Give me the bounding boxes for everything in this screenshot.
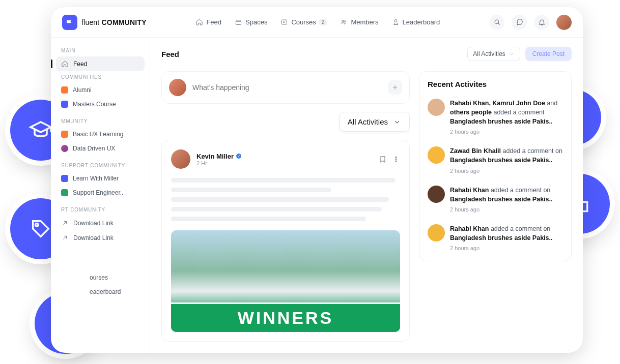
- body: MAIN Feed COMMUNITIES Alumni Masters Cou…: [51, 38, 583, 353]
- svg-point-9: [394, 20, 397, 22]
- composer-input[interactable]: [192, 83, 382, 92]
- activity-avatar: [428, 146, 445, 164]
- sidebar-item-bottom[interactable]: ourses: [56, 270, 145, 285]
- svg-point-13: [396, 159, 397, 160]
- svg-point-12: [396, 157, 397, 158]
- svg-rect-5: [236, 20, 241, 25]
- sidebar-item-label: Data Driven UX: [73, 145, 115, 152]
- post-composer[interactable]: [161, 71, 410, 104]
- nav-feed-label: Feed: [206, 18, 221, 26]
- notifications-button[interactable]: [534, 15, 549, 30]
- home-icon: [61, 60, 69, 68]
- post-author[interactable]: Kevin Miller: [196, 153, 373, 160]
- bookmark-icon[interactable]: [379, 155, 387, 163]
- activities-filter-top[interactable]: All Activities: [467, 47, 520, 61]
- sidebar-heading-main: MAIN: [56, 45, 145, 56]
- post-image-banner: WINNERS: [171, 302, 400, 332]
- activity-text: Rahabi Khan added a comment on Banglades…: [450, 224, 563, 253]
- post-image[interactable]: WINNERS: [171, 230, 400, 332]
- activity-time: 2 hours ago: [450, 167, 563, 175]
- svg-point-0: [35, 223, 38, 226]
- search-button[interactable]: [489, 15, 504, 30]
- community-dot-icon: [61, 101, 68, 108]
- filter-label: All Activities: [473, 50, 505, 57]
- create-label: Create Post: [532, 50, 565, 57]
- sidebar-heading-rt: RT COMMUNITY: [56, 200, 145, 216]
- nav-leaderboard-label: Leaderboard: [403, 18, 440, 26]
- messages-button[interactable]: [512, 15, 527, 30]
- nav-members-label: Members: [351, 18, 378, 26]
- svg-point-10: [495, 20, 499, 24]
- community-dot-icon: [61, 189, 68, 196]
- chevron-down-icon: [509, 51, 515, 57]
- activity-item[interactable]: Zawad Bin Khalil added a comment on Bang…: [419, 141, 571, 180]
- search-icon: [493, 18, 501, 26]
- post-top-actions: [379, 155, 400, 163]
- app-window: fluent COMMUNITY Feed Spaces Courses 2 M…: [51, 7, 583, 353]
- user-avatar[interactable]: [556, 15, 572, 30]
- external-link-icon: [61, 234, 69, 241]
- svg-point-14: [396, 161, 397, 162]
- chat-icon: [516, 18, 523, 26]
- nav-courses-badge: 2: [319, 19, 327, 25]
- activity-text: Rahabi Khan added a comment on Banglades…: [450, 186, 563, 214]
- bell-icon: [538, 18, 546, 26]
- post-time: 2 Hr: [196, 160, 373, 166]
- feed-column: All Activities Kevin Miller: [161, 71, 410, 353]
- community-dot-icon: [61, 175, 68, 182]
- topbar: fluent COMMUNITY Feed Spaces Courses 2 M…: [51, 7, 583, 38]
- sidebar-item-community[interactable]: Learn With Miller: [56, 171, 145, 186]
- sidebar: MAIN Feed COMMUNITIES Alumni Masters Cou…: [51, 38, 150, 353]
- author-name: Kevin Miller: [196, 153, 234, 160]
- nav-spaces[interactable]: Spaces: [235, 18, 267, 26]
- external-link-icon: [61, 219, 69, 227]
- svg-point-7: [342, 20, 344, 22]
- nav-courses-label: Courses: [291, 18, 316, 26]
- post-card: Kevin Miller 2 Hr: [161, 140, 410, 342]
- sidebar-item-community[interactable]: Data Driven UX: [56, 141, 145, 156]
- activity-item[interactable]: Rahabi Khan added a comment on Banglades…: [419, 219, 571, 258]
- activity-time: 2 hours ago: [450, 128, 563, 136]
- logo[interactable]: fluent COMMUNITY: [62, 15, 147, 30]
- community-dot-icon: [61, 131, 68, 138]
- activity-text: Zawad Bin Khalil added a comment on Bang…: [450, 146, 563, 175]
- sidebar-item-link[interactable]: Download Link: [56, 216, 145, 230]
- sidebar-heading-communities: COMMUNITIES: [56, 71, 145, 83]
- sidebar-item-feed[interactable]: Feed: [56, 56, 145, 71]
- more-icon[interactable]: [392, 155, 400, 163]
- logo-bold: COMMUNITY: [102, 18, 147, 26]
- sidebar-item-link[interactable]: Download Link: [56, 230, 145, 245]
- nav-courses[interactable]: Courses 2: [280, 18, 327, 26]
- sidebar-heading-my: MMUNITY: [56, 111, 145, 127]
- sidebar-item-label: Basic UX Learning: [73, 131, 123, 138]
- sidebar-item-community[interactable]: Support Engineer..: [56, 186, 145, 200]
- activity-avatar: [428, 186, 445, 203]
- sidebar-item-community[interactable]: Basic UX Learning: [56, 127, 145, 141]
- sidebar-item-label: Masters Course: [73, 101, 116, 108]
- sidebar-item-community[interactable]: Masters Course: [56, 97, 145, 111]
- nav-leaderboard[interactable]: Leaderboard: [392, 18, 440, 26]
- svg-point-8: [345, 21, 346, 22]
- activity-item[interactable]: Rahabi Khan added a comment on Banglades…: [419, 180, 571, 219]
- sidebar-item-label: Download Link: [73, 234, 114, 241]
- activity-avatar: [428, 224, 445, 241]
- sidebar-item-bottom[interactable]: eaderboard: [56, 285, 145, 299]
- sidebar-item-community[interactable]: Alumni: [56, 83, 145, 97]
- post-avatar[interactable]: [171, 149, 190, 169]
- nav-feed[interactable]: Feed: [195, 18, 221, 26]
- svg-rect-6: [282, 20, 287, 24]
- activity-time: 2 hours ago: [450, 245, 563, 253]
- sidebar-item-label: Download Link: [73, 220, 114, 227]
- sidebar-item-label: Learn With Miller: [73, 175, 119, 182]
- verified-badge-icon: [236, 153, 242, 159]
- plus-icon: [391, 84, 399, 91]
- create-post-button[interactable]: Create Post: [525, 47, 572, 61]
- composer-avatar: [169, 79, 186, 96]
- activity-item[interactable]: Rahabi Khan, Kamrul John Doe and others …: [419, 94, 571, 141]
- sidebar-item-label: eaderboard: [90, 288, 121, 295]
- nav-members[interactable]: Members: [340, 18, 378, 26]
- svg-point-11: [236, 154, 241, 159]
- activities-filter-dropdown[interactable]: All Activities: [339, 112, 410, 132]
- composer-add-button[interactable]: [388, 80, 402, 95]
- sidebar-item-label: Support Engineer..: [73, 189, 123, 196]
